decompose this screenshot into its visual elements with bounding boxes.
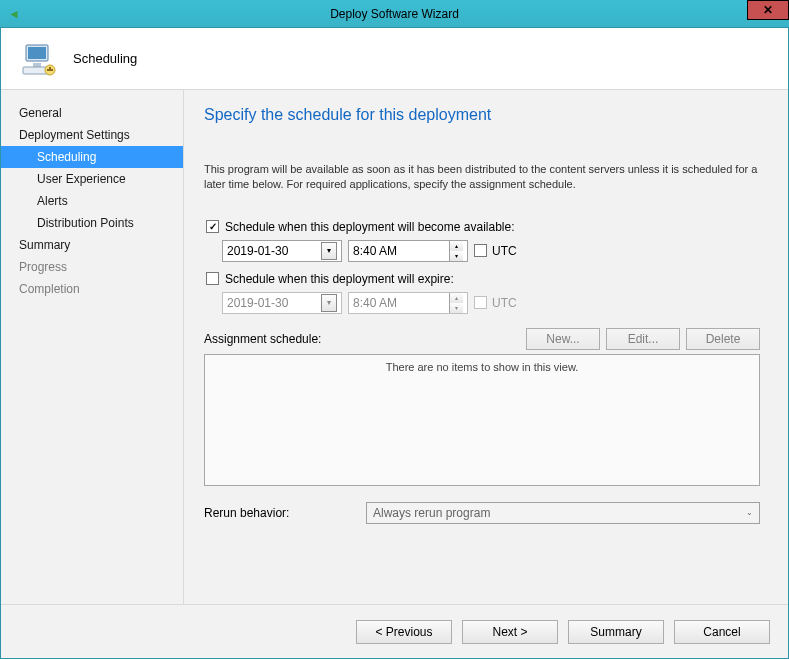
assignment-schedule-row: Assignment schedule: New... Edit... Dele… (204, 328, 760, 350)
cancel-button[interactable]: Cancel (674, 620, 770, 644)
svg-rect-2 (33, 63, 41, 67)
svg-rect-6 (47, 69, 53, 71)
nav-alerts[interactable]: Alerts (1, 190, 183, 212)
nav-deployment-settings[interactable]: Deployment Settings (1, 124, 183, 146)
nav-scheduling[interactable]: Scheduling (1, 146, 183, 168)
nav-summary[interactable]: Summary (1, 234, 183, 256)
schedule-available-label: Schedule when this deployment will becom… (225, 220, 515, 234)
schedule-expire-row: Schedule when this deployment will expir… (206, 272, 760, 286)
available-time-value: 8:40 AM (353, 244, 397, 258)
client-area: Scheduling General Deployment Settings S… (0, 28, 789, 659)
schedule-expire-checkbox[interactable] (206, 272, 219, 285)
expire-time-input: 8:40 AM ▴▾ (348, 292, 468, 314)
expire-date-input: 2019-01-30 ▾ (222, 292, 342, 314)
rerun-value: Always rerun program (373, 506, 490, 520)
wizard-header: Scheduling (1, 28, 788, 90)
new-button[interactable]: New... (526, 328, 600, 350)
assignment-schedule-label: Assignment schedule: (204, 332, 520, 346)
svg-rect-1 (28, 47, 46, 59)
schedule-available-checkbox[interactable] (206, 220, 219, 233)
window-title: Deploy Software Wizard (0, 7, 789, 21)
nav-general[interactable]: General (1, 102, 183, 124)
expire-date-value: 2019-01-30 (227, 296, 288, 310)
nav-completion[interactable]: Completion (1, 278, 183, 300)
calendar-icon: ▾ (321, 294, 337, 312)
back-arrow-icon: ◄ (8, 7, 20, 21)
schedule-expire-inputs: 2019-01-30 ▾ 8:40 AM ▴▾ UTC (222, 292, 760, 314)
available-utc-checkbox[interactable] (474, 244, 487, 257)
wizard-body: General Deployment Settings Scheduling U… (1, 90, 788, 604)
nav-distribution-points[interactable]: Distribution Points (1, 212, 183, 234)
wizard-step-heading: Scheduling (73, 51, 137, 66)
expire-time-value: 8:40 AM (353, 296, 397, 310)
close-icon: ✕ (763, 3, 773, 17)
rerun-label: Rerun behavior: (204, 506, 334, 520)
expire-utc-label: UTC (492, 296, 517, 310)
title-bar: ◄ Deploy Software Wizard ✕ (0, 0, 789, 28)
nav-user-experience[interactable]: User Experience (1, 168, 183, 190)
schedule-available-row: Schedule when this deployment will becom… (206, 220, 760, 234)
edit-button[interactable]: Edit... (606, 328, 680, 350)
time-spinner[interactable]: ▴▾ (449, 241, 463, 261)
available-time-input[interactable]: 8:40 AM ▴▾ (348, 240, 468, 262)
chevron-down-icon: ⌄ (741, 504, 757, 522)
summary-button[interactable]: Summary (568, 620, 664, 644)
schedule-expire-label: Schedule when this deployment will expir… (225, 272, 454, 286)
available-date-input[interactable]: 2019-01-30 ▾ (222, 240, 342, 262)
calendar-icon[interactable]: ▾ (321, 242, 337, 260)
expire-utc-row: UTC (474, 296, 517, 310)
assignment-listbox[interactable]: There are no items to show in this view. (204, 354, 760, 486)
expire-utc-checkbox (474, 296, 487, 309)
time-spinner: ▴▾ (449, 293, 463, 313)
next-button[interactable]: Next > (462, 620, 558, 644)
rerun-row: Rerun behavior: Always rerun program ⌄ (204, 502, 760, 524)
available-date-value: 2019-01-30 (227, 244, 288, 258)
panel-intro: This program will be available as soon a… (204, 162, 760, 192)
computer-icon (19, 39, 59, 79)
nav-progress[interactable]: Progress (1, 256, 183, 278)
wizard-panel: Specify the schedule for this deployment… (183, 90, 788, 604)
wizard-footer: < Previous Next > Summary Cancel (1, 604, 788, 658)
available-utc-label: UTC (492, 244, 517, 258)
assignment-listbox-empty: There are no items to show in this view. (386, 361, 579, 485)
panel-title: Specify the schedule for this deployment (204, 106, 760, 124)
close-button[interactable]: ✕ (747, 0, 789, 20)
schedule-available-inputs: 2019-01-30 ▾ 8:40 AM ▴▾ UTC (222, 240, 760, 262)
delete-button[interactable]: Delete (686, 328, 760, 350)
rerun-select[interactable]: Always rerun program ⌄ (366, 502, 760, 524)
available-utc-row: UTC (474, 244, 517, 258)
wizard-nav: General Deployment Settings Scheduling U… (1, 90, 183, 604)
previous-button[interactable]: < Previous (356, 620, 452, 644)
